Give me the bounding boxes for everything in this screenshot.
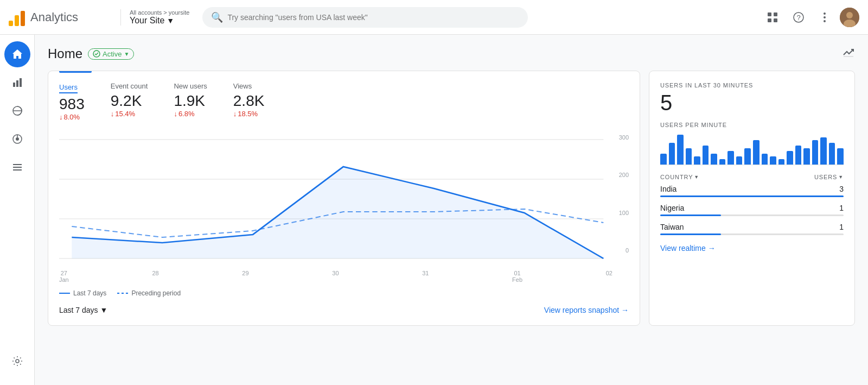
bar-chart-bar: [660, 154, 667, 165]
bar-chart-bar: [837, 148, 844, 165]
svg-point-6: [824, 12, 826, 15]
status-text: Active: [103, 50, 122, 58]
country-name: Nigeria: [660, 204, 684, 212]
svg-rect-22: [13, 169, 22, 171]
main-card: Users 983 ↓ 8.0% Event count 9.2K ↓ 15.4…: [48, 71, 640, 326]
metric-label-users: Users: [59, 83, 78, 93]
metric-new-users[interactable]: New users 1.9K ↓ 6.8%: [174, 82, 207, 121]
metric-users[interactable]: Users 983 ↓ 8.0%: [59, 82, 85, 121]
bar-chart-bar: [787, 151, 793, 165]
sidebar-item-configure[interactable]: [4, 154, 30, 180]
site-name[interactable]: Your Site ▼: [130, 16, 189, 26]
logo-icon: [9, 9, 25, 26]
metric-change-events: ↓ 15.4%: [111, 110, 148, 118]
svg-point-23: [16, 359, 19, 363]
metric-change-new-users: ↓ 6.8%: [174, 110, 207, 118]
search-icon: 🔍: [211, 11, 223, 23]
country-bar-track: [660, 195, 844, 197]
country-users: 1: [839, 223, 844, 231]
metric-label-new-users: New users: [174, 82, 207, 90]
svg-rect-2: [768, 18, 771, 22]
check-circle-icon: [93, 50, 100, 58]
bar-chart-bar: [753, 140, 760, 165]
sidebar-item-home[interactable]: [4, 41, 30, 67]
metric-label-events: Event count: [111, 82, 148, 90]
search-input[interactable]: [227, 13, 519, 22]
metric-change-users: ↓ 8.0%: [59, 113, 85, 121]
country-table-header: COUNTRY ▼ USERS ▼: [660, 174, 844, 180]
header: Analytics All accounts > yoursite Your S…: [0, 0, 868, 35]
page-header: Home Active ▼: [48, 46, 855, 62]
settings-button[interactable]: [4, 348, 30, 374]
home-icon: [11, 48, 23, 60]
svg-point-10: [846, 12, 853, 18]
svg-point-18: [16, 137, 19, 141]
status-badge[interactable]: Active ▼: [88, 48, 134, 60]
metric-event-count[interactable]: Event count 9.2K ↓ 15.4%: [111, 82, 148, 121]
apps-button[interactable]: [762, 7, 783, 28]
right-card: USERS IN LAST 30 MINUTES 5 USERS PER MIN…: [649, 71, 855, 326]
more-button[interactable]: [814, 7, 835, 28]
country-header-left[interactable]: COUNTRY ▼: [660, 174, 699, 180]
card-footer: Last 7 days ▼ View reports snapshot →: [59, 306, 629, 314]
bar-chart-bar: [778, 159, 785, 165]
svg-rect-13: [16, 80, 18, 87]
country-name: Taiwan: [660, 223, 684, 231]
time-selector-chevron: ▼: [100, 306, 108, 314]
time-selector-label: Last 7 days: [59, 306, 98, 314]
view-reports-link[interactable]: View reports snapshot →: [544, 306, 629, 314]
reports-icon: [12, 77, 23, 88]
metric-value-views: 2.8K: [233, 92, 265, 110]
bar-chart-bar: [812, 140, 819, 165]
sidebar-item-explore[interactable]: [4, 98, 30, 124]
bar-chart-bar: [686, 148, 692, 165]
avatar[interactable]: [840, 8, 859, 27]
legend-dashed: Preceding period: [117, 289, 181, 297]
right-card-footer: View realtime →: [660, 244, 844, 253]
metric-views[interactable]: Views 2.8K ↓ 18.5%: [233, 82, 265, 121]
sidebar-item-reports[interactable]: [4, 70, 30, 96]
site-selector[interactable]: All accounts > yoursite Your Site ▼: [120, 9, 189, 26]
explore-icon: [12, 105, 23, 116]
bar-chart-bar: [762, 154, 768, 165]
country-bar-fill: [660, 233, 721, 235]
metric-label-views: Views: [233, 82, 265, 90]
legend-solid: Last 7 days: [59, 289, 106, 297]
metric-value-new-users: 1.9K: [174, 92, 207, 110]
country-chevron-icon: ▼: [694, 174, 699, 180]
bar-chart-bar: [744, 148, 751, 165]
trend-icon[interactable]: [842, 46, 855, 62]
view-realtime-link[interactable]: View realtime →: [660, 244, 844, 253]
sidebar-bottom: [4, 348, 30, 376]
country-bar-track: [660, 214, 844, 216]
sidebar-item-advertising[interactable]: [4, 126, 30, 152]
country-table: India 3 Nigeria 1 Taiwan 1: [660, 185, 844, 235]
breadcrumb: All accounts > yoursite: [130, 9, 189, 16]
configure-icon: [12, 162, 23, 173]
bar-chart-bar: [770, 156, 776, 165]
svg-rect-12: [13, 83, 15, 87]
header-actions: ?: [762, 7, 859, 28]
bar-chart-bar: [795, 146, 802, 165]
line-chart: [59, 134, 629, 270]
country-users: 1: [839, 204, 844, 212]
time-selector[interactable]: Last 7 days ▼: [59, 306, 107, 314]
chevron-down-icon: ▼: [167, 16, 174, 25]
search-bar[interactable]: 🔍: [202, 7, 528, 28]
country-header-right[interactable]: USERS ▼: [814, 174, 844, 180]
svg-rect-1: [774, 12, 777, 16]
x-axis: 27Jan 28x 29x 30x 31x 01Feb 02x: [59, 270, 629, 283]
svg-rect-0: [768, 12, 771, 16]
country-row: India 3: [660, 185, 844, 197]
help-button[interactable]: ?: [788, 7, 809, 28]
svg-text:?: ?: [796, 14, 800, 22]
page-title-area: Home Active ▼: [48, 46, 134, 61]
logo-area: Analytics: [9, 9, 112, 26]
sidebar: [0, 35, 35, 385]
bar-chart-bar: [677, 135, 684, 165]
svg-point-8: [824, 20, 826, 22]
bar-chart-bar: [711, 154, 717, 165]
bar-chart-bar: [694, 156, 700, 165]
bar-chart-bar: [727, 151, 734, 165]
advertising-icon: [12, 134, 23, 144]
